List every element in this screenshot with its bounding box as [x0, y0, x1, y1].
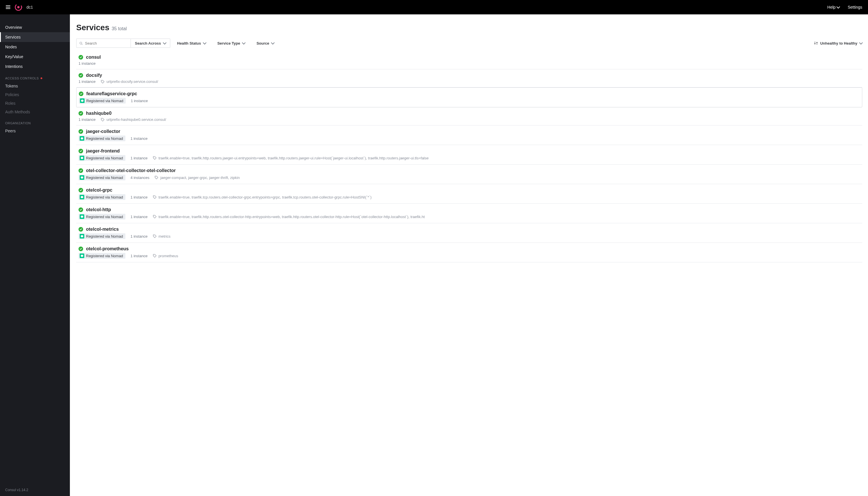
nomad-badge: Registered via Nomad — [79, 233, 125, 239]
main-content: Services 35 total Search Across Health S… — [70, 14, 868, 496]
service-row[interactable]: hashiqube01 instanceurlprefix-hashiqube0… — [76, 107, 862, 125]
service-tags: prometheus — [153, 254, 178, 258]
search-box[interactable] — [76, 38, 131, 48]
nomad-badge: Registered via Nomad — [79, 194, 125, 200]
service-name: featureflagservice-grpc — [86, 91, 137, 96]
service-tags: traefik.enable=true, traefik.tcp.routers… — [153, 195, 372, 199]
nomad-icon — [80, 175, 84, 180]
sidebar: OverviewServicesNodesKey/ValueIntentions… — [0, 14, 70, 496]
consul-logo-icon[interactable] — [14, 3, 22, 11]
filter-health-status[interactable]: Health Status — [177, 41, 206, 45]
nomad-badge: Registered via Nomad — [79, 155, 125, 161]
datacenter-label[interactable]: dc1 — [27, 5, 33, 10]
service-name: jaeger-collector — [86, 129, 120, 134]
instance-count: 1 instance — [130, 156, 147, 160]
svg-point-12 — [154, 216, 154, 216]
svg-point-2 — [21, 6, 22, 6]
health-check-passing-icon — [79, 188, 83, 192]
sidebar-item-nodes[interactable]: Nodes — [0, 42, 70, 52]
svg-point-10 — [156, 177, 156, 177]
service-row[interactable]: jaeger-collectorRegistered via Nomad1 in… — [76, 125, 862, 145]
nomad-badge: Registered via Nomad — [79, 253, 125, 259]
svg-point-1 — [17, 6, 19, 8]
nomad-icon — [80, 98, 84, 103]
sidebar-item-overview[interactable]: Overview — [0, 22, 70, 32]
chevron-down-icon — [163, 41, 167, 45]
instance-count: 1 instance — [130, 215, 147, 219]
settings-link[interactable]: Settings — [848, 5, 862, 10]
total-count: 35 total — [112, 26, 127, 31]
sidebar-item-key-value[interactable]: Key/Value — [0, 52, 70, 62]
service-name: otelcol-prometheus — [86, 246, 129, 251]
sidebar-item-intentions[interactable]: Intentions — [0, 62, 70, 71]
sidebar-item-services[interactable]: Services — [0, 32, 70, 42]
nomad-icon — [80, 214, 84, 219]
service-tags: traefik.enable=true, traefik.http.router… — [153, 156, 428, 160]
filter-source[interactable]: Source — [256, 41, 274, 45]
health-check-passing-icon — [79, 207, 83, 212]
service-row[interactable]: docsify1 instanceurlprefix-docsify.servi… — [76, 69, 862, 88]
chevron-down-icon — [271, 41, 275, 45]
sidebar-item-peers[interactable]: Peers — [0, 127, 70, 135]
service-tags: jaeger-compact, jaeger-grpc, jaeger-thri… — [155, 175, 240, 180]
svg-point-13 — [154, 235, 154, 236]
service-tags: urlprefix-hashiqube0.service.consul/ — [101, 118, 166, 122]
svg-point-9 — [154, 157, 154, 158]
service-name: otelcol-metrics — [86, 227, 119, 232]
page-title: Services — [76, 23, 109, 32]
health-check-passing-icon — [79, 227, 83, 232]
svg-point-5 — [80, 42, 82, 44]
health-check-passing-icon — [79, 92, 83, 96]
instance-count: 1 instance — [130, 234, 147, 238]
service-tags: urlprefix-docsify.service.consul/ — [101, 79, 158, 84]
hamburger-menu-icon[interactable] — [6, 5, 10, 9]
section-access-controls: ACCESS CONTROLS — [0, 71, 70, 82]
help-label: Help — [827, 5, 836, 10]
service-name: otelcol-grpc — [86, 188, 112, 193]
health-check-passing-icon — [79, 73, 83, 78]
help-menu[interactable]: Help — [827, 5, 840, 10]
sort-dropdown[interactable]: Unhealthy to Healthy — [814, 41, 862, 45]
nomad-badge: Registered via Nomad — [79, 136, 125, 141]
svg-point-14 — [154, 255, 154, 255]
nomad-icon — [80, 156, 84, 160]
health-check-passing-icon — [79, 111, 83, 116]
instance-count: 1 instance — [79, 61, 95, 66]
health-check-passing-icon — [79, 247, 83, 251]
nomad-icon — [80, 195, 84, 199]
service-row[interactable]: jaeger-frontendRegistered via Nomad1 ins… — [76, 145, 862, 165]
nomad-badge: Registered via Nomad — [79, 214, 125, 219]
instance-count: 1 instance — [79, 79, 95, 84]
instance-count: 1 instance — [130, 136, 147, 141]
service-row[interactable]: featureflagservice-grpcRegistered via No… — [76, 88, 862, 107]
chevron-down-icon — [203, 41, 206, 45]
svg-point-8 — [102, 119, 102, 119]
svg-point-11 — [154, 196, 154, 197]
service-row[interactable]: consul1 instance — [76, 51, 862, 69]
svg-point-3 — [21, 7, 22, 8]
health-check-passing-icon — [79, 129, 83, 134]
sort-icon — [814, 41, 818, 45]
chevron-down-icon — [242, 41, 246, 45]
service-row[interactable]: otel-collector-otel-collector-otel-colle… — [76, 165, 862, 184]
nomad-badge: Registered via Nomad — [79, 98, 126, 104]
search-input[interactable] — [85, 41, 128, 45]
service-name: otelcol-http — [86, 207, 111, 212]
sidebar-item-auth-methods: Auth Methods — [0, 108, 70, 116]
instance-count: 4 instances — [130, 175, 149, 180]
service-name: docsify — [86, 73, 102, 78]
nomad-icon — [80, 136, 84, 141]
search-across-dropdown[interactable]: Search Across — [131, 38, 170, 48]
service-name: otel-collector-otel-collector-otel-colle… — [86, 168, 176, 173]
health-check-passing-icon — [79, 55, 83, 60]
service-row[interactable]: otelcol-prometheusRegistered via Nomad1 … — [76, 243, 862, 262]
service-row[interactable]: otelcol-httpRegistered via Nomad1 instan… — [76, 204, 862, 223]
filter-service-type[interactable]: Service Type — [218, 41, 245, 45]
alert-dot-icon — [41, 77, 42, 79]
service-row[interactable]: otelcol-grpcRegistered via Nomad1 instan… — [76, 184, 862, 204]
search-icon — [79, 42, 82, 45]
sidebar-item-roles: Roles — [0, 99, 70, 108]
sidebar-item-tokens[interactable]: Tokens — [0, 82, 70, 90]
health-check-passing-icon — [79, 168, 83, 173]
service-row[interactable]: otelcol-metricsRegistered via Nomad1 ins… — [76, 223, 862, 243]
